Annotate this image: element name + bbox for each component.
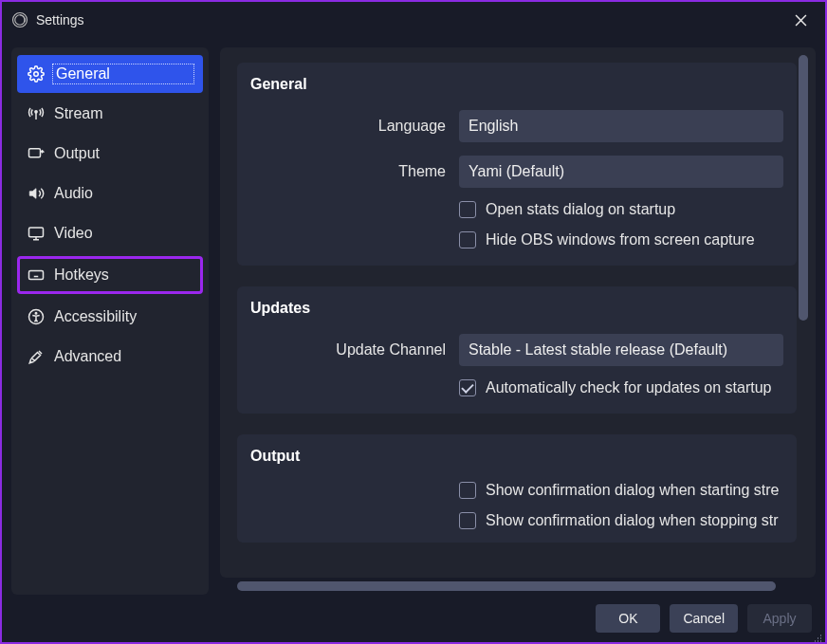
apply-button: Apply xyxy=(747,604,812,633)
speaker-icon xyxy=(28,185,45,202)
sidebar-item-hotkeys[interactable]: Hotkeys xyxy=(17,256,203,294)
panel-title: Updates xyxy=(250,300,783,317)
sidebar-item-label: Audio xyxy=(54,185,193,202)
app-icon xyxy=(11,11,28,28)
updates-panel: Updates Update Channel Stable - Latest s… xyxy=(237,286,797,414)
vertical-scroll-thumb[interactable] xyxy=(799,55,808,321)
horizontal-scroll-thumb[interactable] xyxy=(237,581,776,591)
update-channel-value: Stable - Latest stable release (Default) xyxy=(469,341,727,359)
sidebar: General Stream Output Audio xyxy=(11,47,209,595)
dialog-footer: OK Cancel Apply xyxy=(2,595,825,642)
confirm-start-checkbox-label: Show confirmation dialog when starting s… xyxy=(486,482,780,499)
theme-select[interactable]: Yami (Default) xyxy=(459,156,783,188)
tools-icon xyxy=(28,348,45,365)
sidebar-item-video[interactable]: Video xyxy=(17,214,203,252)
sidebar-item-label: Advanced xyxy=(54,348,193,365)
update-channel-label: Update Channel xyxy=(250,341,446,359)
hide-windows-checkbox-label: Hide OBS windows from screen capture xyxy=(486,231,755,248)
auto-update-checkbox[interactable] xyxy=(459,379,476,396)
language-select[interactable]: English xyxy=(459,110,783,142)
sidebar-item-label: Hotkeys xyxy=(54,267,193,284)
gear-icon xyxy=(28,65,45,83)
svg-rect-4 xyxy=(29,149,41,157)
sidebar-item-general[interactable]: General xyxy=(17,55,203,93)
theme-label: Theme xyxy=(250,163,446,180)
sidebar-item-output[interactable]: Output xyxy=(17,135,203,173)
svg-rect-5 xyxy=(29,228,44,237)
language-label: Language xyxy=(250,118,446,135)
horizontal-scrollbar[interactable] xyxy=(237,581,804,591)
ok-button[interactable]: OK xyxy=(596,604,660,633)
keyboard-icon xyxy=(28,267,45,284)
auto-update-checkbox-label: Automatically check for updates on start… xyxy=(486,379,772,396)
cancel-button[interactable]: Cancel xyxy=(670,604,738,633)
sidebar-item-advanced[interactable]: Advanced xyxy=(17,338,203,376)
settings-window: Settings General Stream xyxy=(0,0,827,644)
stats-checkbox[interactable] xyxy=(459,201,476,218)
panel-title: General xyxy=(250,76,783,93)
titlebar: Settings xyxy=(2,2,825,38)
svg-rect-6 xyxy=(29,271,44,280)
panel-title: Output xyxy=(250,448,783,465)
monitor-icon xyxy=(28,225,45,242)
output-icon xyxy=(28,145,45,162)
window-title: Settings xyxy=(36,12,84,28)
stats-checkbox-label: Open stats dialog on startup xyxy=(486,201,675,218)
confirm-stop-checkbox[interactable] xyxy=(459,512,476,529)
sidebar-item-accessibility[interactable]: Accessibility xyxy=(17,298,203,336)
svg-point-2 xyxy=(34,72,39,77)
sidebar-item-label: General xyxy=(54,65,193,83)
confirm-start-checkbox[interactable] xyxy=(459,482,476,499)
sidebar-item-label: Accessibility xyxy=(54,308,193,325)
output-panel: Output Show confirmation dialog when sta… xyxy=(237,434,797,543)
sidebar-item-label: Output xyxy=(54,145,193,162)
sidebar-item-label: Stream xyxy=(54,105,193,122)
accessibility-icon xyxy=(28,308,45,325)
close-button[interactable] xyxy=(783,6,818,34)
update-channel-select[interactable]: Stable - Latest stable release (Default) xyxy=(459,334,783,366)
theme-value: Yami (Default) xyxy=(469,163,564,180)
sidebar-item-label: Video xyxy=(54,225,193,242)
sidebar-item-audio[interactable]: Audio xyxy=(17,175,203,212)
antenna-icon xyxy=(28,105,45,122)
svg-point-8 xyxy=(35,313,37,315)
language-value: English xyxy=(469,118,518,135)
sidebar-item-stream[interactable]: Stream xyxy=(17,95,203,133)
vertical-scrollbar[interactable] xyxy=(799,53,808,578)
content-area: General Language English Theme Yami (Def… xyxy=(220,47,816,578)
hide-windows-checkbox[interactable] xyxy=(459,231,476,248)
general-panel: General Language English Theme Yami (Def… xyxy=(237,63,797,266)
confirm-stop-checkbox-label: Show confirmation dialog when stopping s… xyxy=(486,512,779,529)
